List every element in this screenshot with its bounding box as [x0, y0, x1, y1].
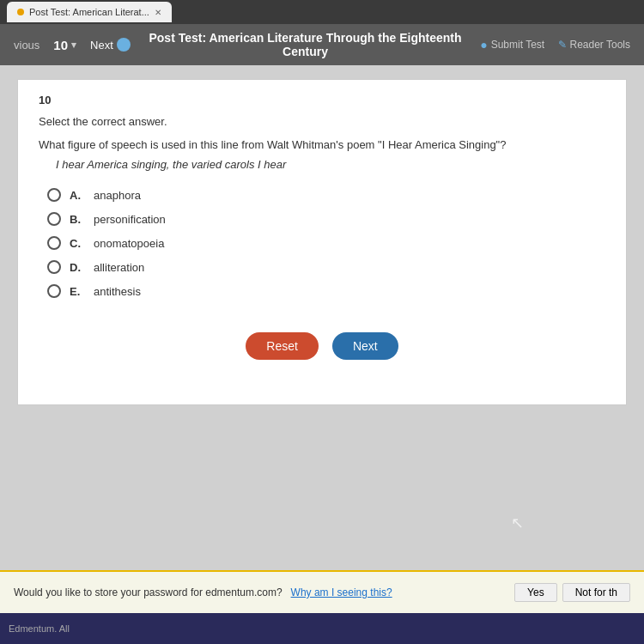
option-item[interactable]: A. anaphora	[47, 188, 605, 202]
radio-button-1[interactable]	[47, 212, 61, 226]
browser-tab-bar: Post Test: American Literat... ✕	[0, 0, 644, 24]
option-text-4: antithesis	[94, 285, 141, 298]
question-text: What figure of speech is used in this li…	[39, 138, 605, 151]
option-item[interactable]: C. onomatopoeia	[47, 236, 605, 250]
tab-close-button[interactable]: ✕	[155, 8, 161, 17]
bottom-bar: Edmentum. All	[0, 613, 644, 644]
next-circle-icon	[117, 38, 131, 52]
radio-button-3[interactable]	[47, 260, 61, 274]
option-text-2: onomatopoeia	[94, 237, 164, 250]
option-item[interactable]: B. personification	[47, 212, 605, 226]
option-letter-1: B.	[70, 213, 85, 226]
option-letter-2: C.	[70, 237, 85, 250]
option-letter-0: A.	[70, 189, 85, 202]
page-title: Post Test: American Literature Through t…	[144, 31, 466, 58]
active-tab[interactable]: Post Test: American Literat... ✕	[7, 2, 172, 22]
option-text-1: personification	[94, 213, 166, 226]
option-text-3: alliteration	[94, 261, 144, 274]
instruction-text: Select the correct answer.	[39, 115, 605, 128]
poem-line: I hear America singing, the varied carol…	[56, 158, 605, 171]
prev-label: vious	[14, 39, 39, 52]
options-list: A. anaphora B. personification C. onomat…	[47, 188, 605, 298]
password-why-link[interactable]: Why am I seeing this?	[291, 586, 392, 598]
yes-button[interactable]: Yes	[514, 583, 557, 602]
bottom-text: Edmentum. All	[9, 623, 70, 634]
password-notification-bar: Would you like to store your password fo…	[0, 570, 644, 613]
tab-favicon	[17, 9, 24, 15]
password-message: Would you like to store your password fo…	[14, 586, 283, 598]
action-buttons: Reset Next	[39, 332, 605, 368]
radio-button-2[interactable]	[47, 236, 61, 250]
option-item[interactable]: E. antithesis	[47, 284, 605, 298]
next-button[interactable]: Next	[332, 332, 398, 360]
option-letter-3: D.	[70, 261, 85, 274]
reset-button[interactable]: Reset	[246, 332, 319, 360]
option-item[interactable]: D. alliteration	[47, 260, 605, 274]
tab-title: Post Test: American Literat...	[29, 7, 149, 17]
submit-test-button[interactable]: ● Submit Test	[480, 38, 544, 52]
password-action-buttons: Yes Not for th	[514, 583, 630, 602]
next-nav-button[interactable]: Next	[90, 38, 131, 52]
main-content: 10 Select the correct answer. What figur…	[0, 65, 644, 570]
not-for-button[interactable]: Not for th	[562, 583, 630, 602]
option-letter-4: E.	[70, 285, 85, 298]
reader-tools-button[interactable]: ✎ Reader Tools	[558, 39, 630, 51]
question-number: 10	[39, 94, 605, 106]
question-card: 10 Select the correct answer. What figur…	[17, 79, 627, 405]
cursor: ↖	[511, 513, 524, 532]
dropdown-icon[interactable]: ▾	[71, 39, 76, 51]
question-number-nav[interactable]: 10 ▾	[53, 38, 76, 52]
option-text-0: anaphora	[94, 189, 141, 202]
nav-bar: vious 10 ▾ Next Post Test: American Lite…	[0, 24, 644, 65]
radio-button-4[interactable]	[47, 284, 61, 298]
radio-button-0[interactable]	[47, 188, 61, 202]
